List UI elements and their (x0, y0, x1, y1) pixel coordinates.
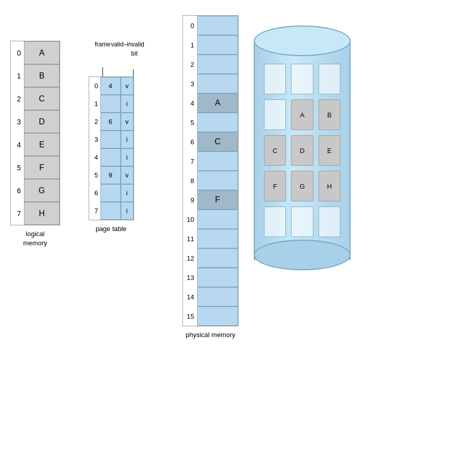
pt-frame-cell: 4 (100, 77, 121, 95)
phys-index: 3 (183, 80, 194, 88)
pt-index: 0 (89, 82, 98, 90)
logical-memory-row: 7 H (11, 202, 60, 225)
logical-memory-row: 4 E (11, 133, 60, 156)
valid-invalid-label: valid–invalid (111, 41, 144, 48)
cylinder: ABCDEFGH (254, 25, 351, 270)
physical-memory-row: 4 A (183, 93, 238, 113)
physical-memory-row: 2 (183, 55, 238, 74)
memory-cell: G (24, 179, 60, 202)
page-table: 0 4 v 1 i 2 6 v 3 i 4 i 5 9 v 6 i 7 i (89, 76, 134, 220)
phys-cell (197, 210, 238, 229)
row-index: 5 (11, 164, 21, 172)
phys-cell: C (197, 132, 238, 151)
logical-memory-row: 0 A (11, 41, 60, 64)
page-table-row: 3 i (89, 131, 134, 148)
cylinder-grid: ABCDEFGH (259, 56, 346, 245)
pt-index: 2 (89, 118, 98, 125)
phys-cell (197, 151, 238, 171)
pt-vi-cell: v (121, 166, 134, 184)
physical-memory-row: 8 (183, 171, 238, 190)
bit-label: bit (131, 50, 138, 57)
phys-cell: F (197, 190, 238, 210)
pt-frame-cell: 9 (100, 166, 121, 184)
logical-memory-row: 3 D (11, 110, 60, 133)
memory-cell: H (24, 202, 60, 225)
row-index: 3 (11, 118, 21, 126)
cylinder-cell: C (264, 135, 286, 166)
pt-vi-cell: v (121, 113, 134, 131)
cylinder-cell (291, 207, 313, 237)
logical-memory-row: 6 G (11, 179, 60, 202)
phys-index: 2 (183, 61, 194, 68)
phys-index: 10 (183, 216, 194, 223)
physical-memory-section: 0 1 2 3 4 A 5 6 C 7 8 9 F 10 11 12 13 (182, 15, 239, 340)
pt-vi-cell: i (121, 131, 134, 148)
phys-cell (197, 74, 238, 93)
phys-cell (197, 16, 238, 35)
phys-index: 14 (183, 293, 194, 301)
logical-memory-label: logical memory (23, 229, 47, 248)
physical-memory-row: 1 (183, 35, 238, 55)
cylinder-top (254, 25, 351, 56)
phys-index: 7 (183, 158, 194, 165)
phys-index: 6 (183, 138, 194, 146)
physical-memory-row: 15 (183, 306, 238, 326)
phys-index: 15 (183, 313, 194, 320)
phys-cell (197, 35, 238, 55)
cylinder-cell: F (264, 171, 286, 201)
cylinder-cell (264, 64, 286, 94)
pt-vi-cell: i (121, 148, 134, 166)
row-index: 7 (11, 210, 21, 218)
frame-label: frame (95, 41, 111, 48)
page-table-row: 1 i (89, 95, 134, 113)
cylinder-cell (319, 207, 340, 237)
phys-index: 4 (183, 99, 194, 107)
cylinder-cell (264, 99, 286, 130)
pt-index: 7 (89, 207, 98, 215)
phys-cell (197, 229, 238, 248)
pt-index: 4 (89, 153, 98, 161)
physical-memory-row: 9 F (183, 190, 238, 210)
pt-index: 5 (89, 171, 98, 179)
phys-cell (197, 113, 238, 132)
pt-index: 3 (89, 136, 98, 143)
phys-index: 5 (183, 119, 194, 126)
logical-memory-row: 1 B (11, 64, 60, 87)
physical-memory-label: physical memory (186, 330, 235, 340)
pt-index: 6 (89, 189, 98, 197)
cylinder-cell: D (291, 135, 313, 166)
pt-vi-cell: i (121, 184, 134, 202)
cylinder-cell: B (319, 99, 340, 130)
memory-cell: D (24, 110, 60, 133)
phys-cell (197, 171, 238, 190)
phys-index: 9 (183, 196, 194, 204)
logical-memory-table: 0 A 1 B 2 C 3 D 4 E 5 F 6 G 7 H (10, 41, 60, 225)
pt-frame-cell (100, 148, 121, 166)
pt-frame-cell (100, 202, 121, 220)
pt-vi-cell: v (121, 77, 134, 95)
bit-arrow (133, 69, 134, 76)
main-diagram: 0 A 1 B 2 C 3 D 4 E 5 F 6 G 7 H logical … (0, 0, 476, 350)
row-index: 0 (11, 49, 21, 57)
phys-cell (197, 287, 238, 306)
memory-cell: C (24, 87, 60, 110)
cylinder-cell: E (319, 135, 340, 166)
pt-vi-cell: i (121, 202, 134, 220)
page-table-row: 7 i (89, 202, 134, 220)
cylinder-section: ABCDEFGH (254, 25, 351, 270)
page-table-section: frame valid–invalid bit 0 4 v 1 i 2 6 v … (81, 41, 142, 234)
physical-memory-row: 11 (183, 229, 238, 248)
phys-cell (197, 248, 238, 268)
row-index: 2 (11, 95, 21, 103)
page-table-row: 2 6 v (89, 113, 134, 131)
memory-cell: B (24, 64, 60, 87)
phys-index: 13 (183, 274, 194, 281)
physical-memory-row: 13 (183, 268, 238, 287)
phys-index: 12 (183, 254, 194, 262)
row-index: 4 (11, 141, 21, 149)
row-index: 1 (11, 72, 21, 80)
pt-frame-cell: 6 (100, 113, 121, 131)
cylinder-cell (264, 207, 286, 237)
page-table-row: 0 4 v (89, 77, 134, 95)
phys-index: 11 (183, 235, 194, 243)
